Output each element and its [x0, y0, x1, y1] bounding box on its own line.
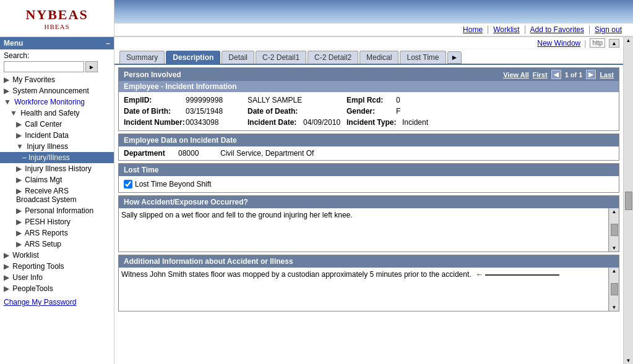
empl-rcd-label: Empl Rcd: — [347, 96, 396, 104]
tab-detail[interactable]: Detail — [222, 51, 254, 64]
emp-data-header: Employee Data on Incident Date — [119, 134, 619, 146]
sidebar-item-workforce-monitoring[interactable]: ▼ Workforce Monitoring — [0, 96, 114, 108]
dept-name: Civil Service, Department Of — [220, 149, 314, 158]
change-password-link[interactable]: Change My Password — [4, 298, 76, 307]
sidebar-item-injury-illness[interactable]: ▼ Injury Illness — [0, 141, 114, 152]
person-involved-header: Person Involved View All First ◀ 1 of 1 … — [119, 68, 619, 81]
accident-header: How Accident/Exposure Occurred? — [119, 196, 619, 208]
emp-data-section: Employee Data on Incident Date Departmen… — [118, 133, 619, 161]
sidebar-item-people-tools[interactable]: ▶ PeopleTools — [0, 283, 114, 294]
last-link[interactable]: Last — [600, 71, 614, 78]
emp-incident-header: Employee - Incident Information — [119, 81, 619, 92]
sidebar-item-system-announcement[interactable]: ▶ System Announcement — [0, 85, 114, 96]
additional-section: Additional Information about Accident or… — [118, 255, 619, 311]
sidebar-item-personal-info[interactable]: ▶ Personal Information — [0, 205, 114, 216]
sidebar-item-call-center[interactable]: ▶ Call Center — [0, 119, 114, 130]
content-area: New Window | http ▲ Summary Description … — [114, 37, 623, 364]
emp-name: SALLY SAMPLE — [248, 96, 322, 104]
separator: | — [584, 39, 586, 48]
sidebar-item-ars-setup[interactable]: ▶ ARS Setup — [0, 239, 114, 250]
sidebar-item-injury-illness-history[interactable]: ▶ Injury Illness History — [0, 163, 114, 174]
lost-time-section: Lost Time Lost Time Beyond Shift — [118, 163, 619, 193]
nav-home[interactable]: Home — [458, 25, 488, 34]
additional-scroll-up[interactable]: ▲ — [612, 268, 617, 274]
prev-arrow[interactable]: ◀ — [551, 70, 561, 79]
incident-type-label: Incident Type: — [347, 118, 402, 127]
sidebar: Menu – Search: ► ▶ My Favorites ▶ System… — [0, 37, 114, 364]
sidebar-item-health-safety[interactable]: ▼ Health and Safety — [0, 108, 114, 119]
dept-value: 08000 — [178, 149, 215, 158]
dob-label: Date of Birth: — [124, 107, 186, 116]
dod-label: Date of Death: — [248, 107, 322, 116]
emplid-label: EmplID: — [124, 96, 186, 104]
main-scroll-up-arrow[interactable]: ▲ — [626, 38, 631, 43]
lost-time-header: Lost Time — [119, 164, 619, 176]
sidebar-item-pesh-history[interactable]: ▶ PESH History — [0, 216, 114, 227]
accident-scroll-thumb[interactable] — [611, 224, 618, 236]
tab-c2-detail1[interactable]: C-2 Detail1 — [256, 51, 306, 64]
logo-line2: HBEAS — [44, 23, 69, 30]
sidebar-item-reporting-tools[interactable]: ▶ Reporting Tools — [0, 261, 114, 272]
tab-medical[interactable]: Medical — [360, 51, 398, 64]
sidebar-menu-header: Menu – — [0, 37, 114, 49]
sidebar-item-injury-illness-active[interactable]: – Injury/Illness — [0, 152, 114, 163]
new-window-link[interactable]: New Window — [537, 39, 580, 48]
accident-scroll-down[interactable]: ▼ — [612, 245, 617, 251]
emplid-value: 999999998 — [186, 96, 248, 104]
dept-label: Department — [124, 149, 173, 158]
main-scroll-thumb[interactable] — [625, 192, 632, 210]
minimize-button[interactable]: – — [106, 39, 110, 48]
tab-description[interactable]: Description — [166, 51, 220, 64]
sidebar-item-ars-broadcast[interactable]: ▶ Receive ARS Broadcast System — [0, 185, 114, 205]
incident-num-label: Incident Number: — [124, 118, 186, 127]
view-all-link[interactable]: View All — [503, 71, 529, 78]
additional-scroll-thumb[interactable] — [611, 283, 618, 295]
nav-signout[interactable]: Sign out — [590, 25, 627, 34]
gender-value: F — [396, 107, 400, 116]
page-indicator: 1 of 1 — [565, 71, 583, 78]
cursor-arrow-indicator: ← — [476, 270, 483, 279]
logo-area: NYBEAS HBEAS — [0, 0, 114, 36]
tab-lost-time[interactable]: Lost Time — [400, 51, 446, 64]
main-scroll-down-arrow[interactable]: ▼ — [626, 358, 631, 363]
gender-label: Gender: — [347, 107, 396, 116]
first-link[interactable]: First — [533, 71, 548, 78]
accident-section: How Accident/Exposure Occurred? ▲ ▼ — [118, 195, 619, 252]
dob-value: 03/15/1948 — [186, 107, 248, 116]
incident-date-label: Incident Date: — [248, 118, 303, 127]
search-label: Search: — [4, 51, 110, 60]
nav-favorites[interactable]: Add to Favorites — [525, 25, 590, 34]
sidebar-item-ars-reports[interactable]: ▶ ARS Reports — [0, 227, 114, 239]
person-involved-section: Person Involved View All First ◀ 1 of 1 … — [118, 67, 619, 131]
lost-time-checkbox[interactable] — [124, 180, 132, 188]
sidebar-item-user-info[interactable]: ▶ User Info — [0, 272, 114, 283]
search-go-button[interactable]: ► — [85, 61, 98, 72]
lost-time-label: Lost Time Beyond Shift — [135, 180, 211, 188]
additional-header: Additional Information about Accident or… — [119, 255, 619, 268]
logo-line1: NYBEAS — [25, 7, 88, 23]
search-input[interactable] — [4, 61, 84, 72]
additional-scroll-down[interactable]: ▼ — [612, 305, 617, 310]
http-icon: http — [590, 38, 605, 48]
accident-textarea[interactable] — [119, 208, 609, 252]
main-scroll-up[interactable]: ▲ — [609, 39, 619, 48]
incident-type-value: Incident — [402, 118, 428, 127]
sidebar-item-incident-data[interactable]: ▶ Incident Data — [0, 130, 114, 141]
empl-rcd-value: 0 — [396, 96, 400, 104]
incident-date-value: 04/09/2010 — [303, 118, 347, 127]
tab-summary[interactable]: Summary — [119, 51, 165, 64]
sidebar-item-worklist[interactable]: ▶ Worklist — [0, 250, 114, 261]
tabs-row: Summary Description Detail C-2 Detail1 C… — [114, 51, 623, 65]
nav-worklist[interactable]: Worklist — [488, 25, 525, 34]
tab-more-arrow[interactable]: ► — [447, 51, 462, 64]
additional-text: Witness John Smith states floor was mopp… — [121, 270, 472, 279]
tab-c2-detail2[interactable]: C-2 Detail2 — [308, 51, 358, 64]
next-arrow[interactable]: ▶ — [586, 70, 596, 79]
accident-scroll-up[interactable]: ▲ — [612, 209, 617, 214]
incident-num-value: 00343098 — [186, 118, 248, 127]
main-scrollbar: ▲ ▼ — [623, 37, 633, 364]
sidebar-item-claims-mgt[interactable]: ▶ Claims Mgt — [0, 174, 114, 185]
sidebar-item-favorites[interactable]: ▶ My Favorites — [0, 74, 114, 85]
